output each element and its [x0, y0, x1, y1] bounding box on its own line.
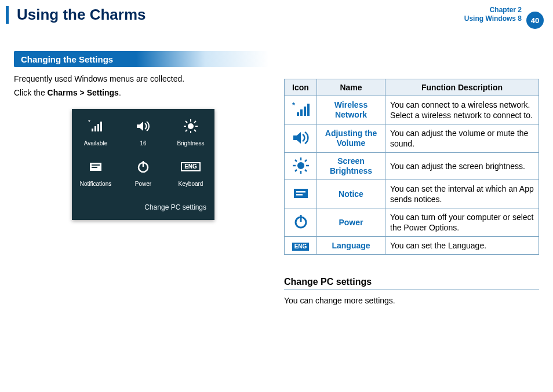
section-heading: Changing the Settings: [14, 51, 269, 67]
row-name: Screen Brightness: [317, 153, 385, 180]
svg-text:*: *: [292, 102, 296, 109]
icon-table: Icon Name Function Description * Wireles…: [284, 79, 539, 255]
svg-rect-1: [92, 129, 93, 131]
svg-line-11: [185, 121, 187, 123]
wireless-icon: *: [75, 117, 117, 135]
row-desc: You can adjust the volume or mute the so…: [385, 124, 539, 153]
svg-rect-24: [307, 104, 310, 116]
panel-item-label: Power: [122, 178, 164, 190]
row-desc: You can set the Language.: [385, 237, 539, 255]
row-desc: You can connect to a wireless network. S…: [385, 96, 539, 124]
svg-point-6: [188, 123, 194, 129]
panel-row-2: Notifications Power ENG Keyboard: [72, 157, 214, 190]
table-row: Adjusting the Volume You can adjust the …: [285, 124, 539, 153]
keyboard-icon: ENG: [285, 237, 317, 255]
svg-rect-16: [92, 164, 100, 166]
svg-rect-4: [100, 122, 102, 131]
volume-icon: [122, 117, 164, 135]
svg-rect-35: [294, 189, 308, 198]
row-name: Wireless Network: [317, 96, 385, 124]
panel-item-available[interactable]: * Available: [75, 117, 117, 149]
row-desc: You can set the interval at which an App…: [385, 180, 539, 208]
svg-marker-5: [137, 122, 143, 131]
panel-item-volume[interactable]: 16: [122, 117, 164, 149]
subsection-body: You can change more settings.: [284, 296, 539, 305]
svg-rect-22: [300, 109, 303, 116]
row-desc: You can adjust the screen brightness.: [385, 153, 539, 180]
volume-icon: [285, 124, 317, 153]
notice-icon: [75, 157, 117, 176]
notice-icon: [285, 180, 317, 208]
svg-rect-37: [296, 194, 303, 196]
chapter-block: Chapter 2 Using Windows 8 40: [464, 6, 543, 23]
svg-rect-21: [297, 112, 299, 116]
table-row: Power You can turn off your computer or …: [285, 208, 539, 237]
row-name: Language: [317, 237, 385, 255]
panel-item-label: Notifications: [75, 178, 117, 190]
intro-line-1: Frequently used Windows menus are collec…: [14, 73, 269, 85]
power-icon: [122, 157, 164, 176]
col-icon: Icon: [285, 79, 317, 96]
chapter-line-1: Chapter 2: [464, 6, 522, 14]
intro-line-2: Click the Charms > Settings.: [14, 87, 269, 98]
svg-text:*: *: [88, 120, 90, 126]
table-row: * Wireless Network You can connect to a …: [285, 96, 539, 124]
svg-rect-3: [97, 124, 99, 131]
brightness-icon: [285, 153, 317, 180]
svg-line-13: [194, 121, 196, 123]
page-title: Using the Charms: [6, 6, 146, 24]
panel-item-label: Keyboard: [170, 178, 212, 190]
svg-line-34: [295, 170, 297, 171]
panel-item-label: Brightness: [170, 138, 212, 149]
svg-line-12: [194, 130, 196, 131]
panel-item-label: 16: [122, 138, 164, 149]
right-column: Icon Name Function Description * Wireles…: [284, 79, 539, 305]
col-desc: Function Description: [385, 79, 539, 96]
svg-marker-25: [293, 132, 301, 144]
svg-rect-23: [304, 107, 306, 116]
svg-rect-2: [94, 126, 96, 131]
table-row: ENG Language You can set the Language.: [285, 237, 539, 255]
svg-line-14: [185, 130, 187, 131]
panel-item-keyboard[interactable]: ENG Keyboard: [170, 157, 212, 190]
row-name: Power: [317, 208, 385, 237]
svg-point-26: [297, 162, 304, 169]
col-name: Name: [317, 79, 385, 96]
svg-line-31: [295, 160, 297, 162]
row-name: Adjusting the Volume: [317, 124, 385, 153]
power-icon: [285, 208, 317, 237]
wireless-icon: *: [285, 96, 317, 124]
row-name: Notice: [317, 180, 385, 208]
keyboard-icon: ENG: [170, 157, 212, 176]
panel-item-power[interactable]: Power: [122, 157, 164, 190]
panel-item-brightness[interactable]: Brightness: [170, 117, 212, 149]
chapter-line-2: Using Windows 8: [464, 14, 522, 23]
table-row: Notice You can set the interval at which…: [285, 180, 539, 208]
svg-line-32: [305, 170, 307, 171]
row-desc: You can turn off your computer or select…: [385, 208, 539, 237]
svg-line-33: [305, 160, 307, 162]
settings-panel: * Available 16 Brightness: [72, 109, 214, 220]
panel-item-label: Available: [75, 138, 117, 149]
table-row: Screen Brightness You can adjust the scr…: [285, 153, 539, 180]
svg-rect-17: [92, 167, 97, 168]
panel-row-1: * Available 16 Brightness: [72, 117, 214, 149]
page-number-badge: 40: [526, 12, 544, 29]
subsection-heading: Change PC settings: [284, 277, 539, 290]
change-pc-settings-link[interactable]: Change PC settings: [72, 198, 214, 215]
table-header-row: Icon Name Function Description: [285, 79, 539, 96]
brightness-icon: [170, 117, 212, 135]
panel-item-notifications[interactable]: Notifications: [75, 157, 117, 190]
svg-rect-36: [296, 191, 305, 193]
left-column: Frequently used Windows menus are collec…: [14, 73, 269, 220]
